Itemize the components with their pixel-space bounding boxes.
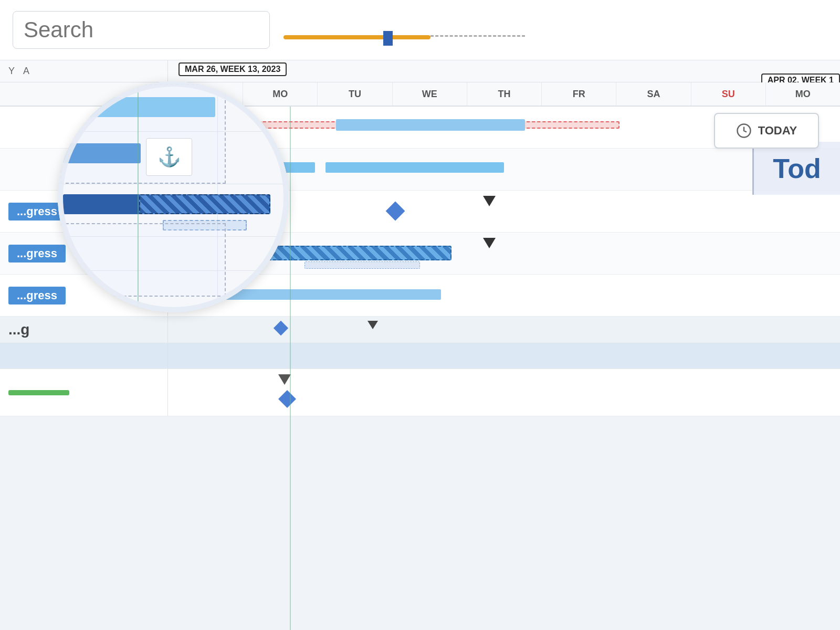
day-fr: FR <box>542 82 616 106</box>
gantt-row-6: ...g <box>0 317 840 343</box>
orange-marker <box>284 35 430 39</box>
bar-stripe-4 <box>252 246 452 260</box>
week-header: Y A MAR 26, WEEK 13, 2023 APR 02, WEEK 1 <box>0 60 840 82</box>
bar-dashed-4 <box>304 261 420 269</box>
dashed-marker <box>430 35 525 39</box>
mag-today-line <box>138 81 139 312</box>
day-we: WE <box>393 82 467 106</box>
gantt-row-7 <box>0 343 840 369</box>
diamond-8 <box>278 390 296 408</box>
triangle-4 <box>483 238 496 248</box>
mag-anchor-box: ⚓ <box>146 138 192 176</box>
mag-line-h2 <box>58 184 289 184</box>
timeline-markers <box>257 29 840 50</box>
bar-light-5 <box>220 289 441 300</box>
bar-blue-light-1 <box>336 119 525 131</box>
gantt-row-8 <box>0 369 840 416</box>
diamond-3 <box>386 202 405 221</box>
clock-icon <box>736 123 752 139</box>
day-su2: SU <box>691 82 766 106</box>
search-input[interactable]: Search <box>24 17 259 43</box>
chart-area-7 <box>168 343 840 369</box>
blue-marker <box>383 31 393 46</box>
mag-bar-stripe <box>139 194 270 214</box>
day-th: TH <box>467 82 542 106</box>
anchor-icon: ⚓ <box>158 146 181 168</box>
bar-blue-2b <box>326 162 504 173</box>
magnifier-inner: ⚓ <box>58 81 289 312</box>
day-mo2: MO <box>766 82 840 106</box>
tod-label: Tod <box>752 142 840 195</box>
chart-area-8 <box>168 369 840 416</box>
day-mo1: MO <box>243 82 318 106</box>
week-label-current: MAR 26, WEEK 13, 2023 <box>178 62 287 76</box>
filter-y[interactable]: Y <box>8 66 15 77</box>
mag-bar-3a <box>63 194 141 214</box>
search-box[interactable]: Search <box>13 11 270 49</box>
triangle-8 <box>278 374 291 385</box>
triangle-6 <box>368 321 378 329</box>
today-button[interactable]: TODAY <box>714 113 819 149</box>
top-bar: Search <box>0 0 840 60</box>
chart-area-5 <box>168 275 840 316</box>
triangle-3 <box>483 196 496 206</box>
chart-area-6 <box>168 317 840 342</box>
filter-a[interactable]: A <box>23 66 29 77</box>
day-sa: SA <box>616 82 691 106</box>
magnifier: ⚓ <box>58 81 289 312</box>
day-tu: TU <box>318 82 392 106</box>
today-label: TODAY <box>758 124 797 138</box>
today-vertical-line <box>290 107 291 630</box>
diamond-6 <box>274 321 288 335</box>
